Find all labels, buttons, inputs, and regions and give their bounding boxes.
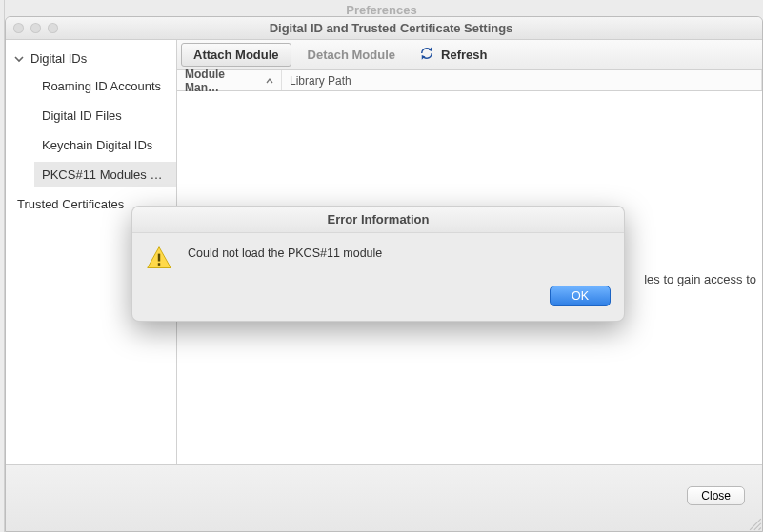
table-header: Module Man… Library Path bbox=[177, 70, 762, 91]
sidebar-children: Roaming ID Accounts Digital ID Files Key… bbox=[6, 73, 176, 187]
sidebar-item-label: Roaming ID Accounts bbox=[42, 79, 161, 93]
window-title: Digital ID and Trusted Certificate Setti… bbox=[58, 21, 762, 35]
warning-icon bbox=[146, 245, 172, 274]
dialog-title: Error Information bbox=[132, 207, 624, 233]
column-module-manufacturer[interactable]: Module Man… bbox=[177, 70, 282, 90]
dialog-footer: OK bbox=[132, 280, 624, 316]
button-label: Detach Module bbox=[308, 48, 395, 62]
chevron-down-icon bbox=[13, 53, 25, 65]
sidebar-item-label: Digital ID Files bbox=[42, 108, 122, 123]
column-label: Library Path bbox=[290, 74, 351, 88]
dialog-message: Could not load the PKCS#11 module bbox=[188, 245, 382, 274]
detach-module-button[interactable]: Detach Module bbox=[294, 40, 409, 69]
sidebar-item-keychain[interactable]: Keychain Digital IDs bbox=[34, 132, 176, 158]
sidebar-root-label: Digital IDs bbox=[30, 51, 169, 66]
button-label: OK bbox=[572, 289, 589, 303]
window-controls bbox=[6, 23, 58, 33]
sidebar-item-roaming-id[interactable]: Roaming ID Accounts bbox=[34, 73, 176, 99]
sidebar-item-digital-id-files[interactable]: Digital ID Files bbox=[34, 103, 176, 128]
button-label: Refresh bbox=[441, 48, 487, 62]
sidebar-item-label: PKCS#11 Modules and Tokens bbox=[42, 167, 176, 182]
sort-asc-icon bbox=[266, 74, 273, 88]
attach-module-button[interactable]: Attach Module bbox=[181, 43, 291, 67]
background-window-title: Preferences bbox=[0, 0, 763, 17]
ok-button[interactable]: OK bbox=[550, 286, 611, 306]
sidebar-item-pkcs11[interactable]: PKCS#11 Modules and Tokens bbox=[34, 162, 176, 187]
refresh-button[interactable]: Refresh bbox=[409, 40, 496, 69]
svg-rect-1 bbox=[158, 263, 160, 266]
toolbar: Attach Module Detach Module Refresh bbox=[177, 40, 762, 70]
svg-rect-0 bbox=[158, 254, 160, 262]
footer: Close bbox=[6, 464, 762, 531]
background-hint-text: les to gain access to bbox=[644, 272, 756, 286]
resize-grip-icon[interactable] bbox=[741, 510, 762, 531]
sidebar-item-label: Keychain Digital IDs bbox=[42, 138, 152, 152]
titlebar: Digital ID and Trusted Certificate Setti… bbox=[6, 17, 762, 40]
refresh-icon bbox=[418, 45, 435, 65]
error-dialog: Error Information Could not load the PKC… bbox=[131, 206, 625, 322]
button-label: Close bbox=[701, 489, 731, 502]
close-button[interactable]: Close bbox=[687, 486, 745, 505]
close-dot-icon[interactable] bbox=[13, 23, 24, 33]
zoom-dot-icon[interactable] bbox=[48, 23, 58, 33]
button-label: Attach Module bbox=[193, 48, 279, 62]
sidebar-item-label: Trusted Certificates bbox=[17, 197, 124, 211]
column-library-path[interactable]: Library Path bbox=[282, 70, 762, 90]
minimize-dot-icon[interactable] bbox=[30, 23, 41, 33]
column-label: Module Man… bbox=[185, 68, 262, 94]
sidebar-root-digital-ids[interactable]: Digital IDs bbox=[6, 48, 176, 69]
dialog-body: Could not load the PKCS#11 module bbox=[132, 233, 624, 280]
